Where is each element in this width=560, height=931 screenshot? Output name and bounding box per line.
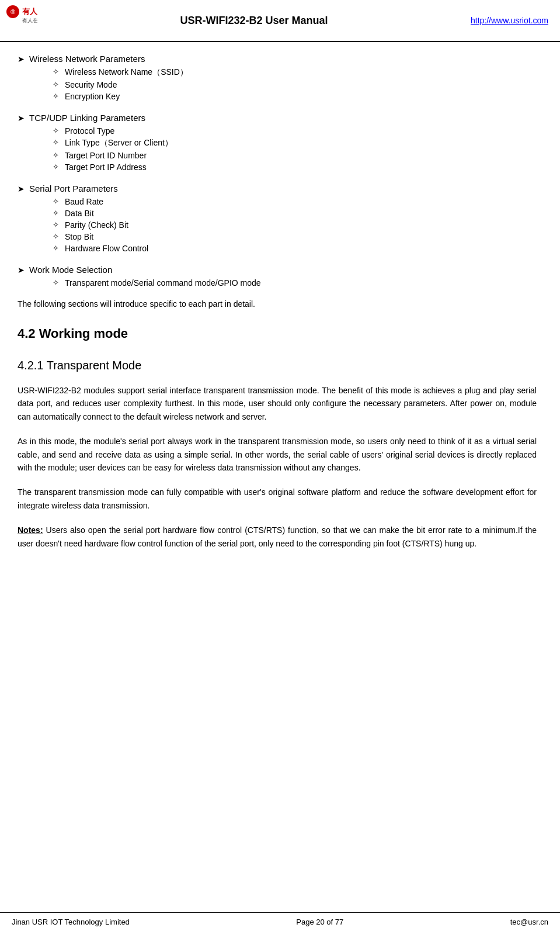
diamond-icon: ✧: [53, 232, 59, 241]
sub-item-text: Wireless Network Name（SSID）: [65, 67, 188, 78]
wireless-sub-items: ✧ Wireless Network Name（SSID） ✧ Security…: [53, 67, 537, 101]
diamond-icon: ✧: [53, 92, 59, 101]
sub-item-text: Link Type（Server or Client）: [65, 138, 173, 148]
tcp-section-header: ➤ TCP/UDP Linking Parameters: [18, 113, 537, 123]
header-url[interactable]: http://www.usriot.com: [471, 16, 548, 25]
footer-page: Page 20 of 77: [296, 918, 343, 926]
sub-item-text: Transparent mode/Serial command mode/GPI…: [65, 278, 261, 288]
footer-company: Jinan USR IOT Technology Limited: [12, 918, 130, 926]
arrow-icon-serial: ➤: [18, 184, 25, 193]
diamond-icon: ✧: [53, 67, 59, 76]
workmode-sub-items: ✧ Transparent mode/Serial command mode/G…: [53, 278, 537, 288]
workmode-section-title: Work Mode Selection: [29, 265, 112, 275]
sub-item-text: Target Port ID Number: [65, 151, 147, 160]
sub-item-text: Protocol Type: [65, 126, 114, 136]
tcp-sub-items: ✧ Protocol Type ✧ Link Type（Server or Cl…: [53, 126, 537, 172]
list-item: ✧ Security Mode: [53, 80, 537, 89]
list-item: ✧ Target Port ID Number: [53, 151, 537, 160]
notes-text: Users also open the serial port hardware…: [18, 525, 537, 548]
sub-item-text: Security Mode: [65, 80, 117, 89]
arrow-icon-tcp: ➤: [18, 113, 25, 123]
list-item: ✧ Transparent mode/Serial command mode/G…: [53, 278, 537, 288]
page-header: ® 有人科技 有人在认真做事！ USR-WIFI232-B2 User Manu…: [0, 0, 560, 42]
main-content: ➤ Wireless Network Parameters ✧ Wireless…: [0, 42, 560, 912]
diamond-icon: ✧: [53, 220, 59, 229]
svg-text:®: ®: [11, 8, 15, 15]
list-item: ✧ Wireless Network Name（SSID）: [53, 67, 537, 78]
list-item: ✧ Hardware Flow Control: [53, 244, 537, 253]
list-item: ✧ Parity (Check) Bit: [53, 220, 537, 230]
diamond-icon: ✧: [53, 278, 59, 287]
diamond-icon: ✧: [53, 151, 59, 160]
sub-item-text: Stop Bit: [65, 232, 93, 241]
diamond-icon: ✧: [53, 244, 59, 252]
sub-item-text: Encryption Key: [65, 92, 120, 101]
arrow-icon-workmode: ➤: [18, 265, 25, 275]
body-paragraph-3: The transparent transmission mode can fu…: [18, 486, 537, 512]
wireless-section-header: ➤ Wireless Network Parameters: [18, 54, 537, 64]
list-item: ✧ Stop Bit: [53, 232, 537, 241]
following-text: The following sections will introduce sp…: [18, 299, 537, 309]
sub-item-text: Parity (Check) Bit: [65, 220, 128, 230]
svg-text:有人在认真做事！: 有人在认真做事！: [22, 18, 37, 23]
list-item: ✧ Protocol Type: [53, 126, 537, 136]
notes-paragraph: Notes: Users also open the serial port h…: [18, 524, 537, 550]
arrow-icon-wireless: ➤: [18, 54, 25, 64]
page-container: ® 有人科技 有人在认真做事！ USR-WIFI232-B2 User Manu…: [0, 0, 560, 931]
list-item: ✧ Baud Rate: [53, 197, 537, 206]
workmode-section: ➤ Work Mode Selection ✧ Transparent mode…: [18, 265, 537, 288]
serial-sub-items: ✧ Baud Rate ✧ Data Bit ✧ Parity (Check) …: [53, 197, 537, 253]
serial-section: ➤ Serial Port Parameters ✧ Baud Rate ✧ D…: [18, 184, 537, 253]
body-paragraph-2: As in this mode, the module's serial por…: [18, 435, 537, 474]
sub-item-text: Target Port IP Address: [65, 162, 147, 172]
workmode-section-header: ➤ Work Mode Selection: [18, 265, 537, 275]
list-item: ✧ Link Type（Server or Client）: [53, 138, 537, 148]
document-title: USR-WIFI232-B2 User Manual: [37, 15, 471, 27]
wireless-section-title: Wireless Network Parameters: [29, 54, 145, 64]
sub-item-text: Data Bit: [65, 209, 94, 218]
list-item: ✧ Data Bit: [53, 209, 537, 218]
diamond-icon: ✧: [53, 138, 59, 147]
tcp-section-title: TCP/UDP Linking Parameters: [29, 113, 145, 123]
tcp-section: ➤ TCP/UDP Linking Parameters ✧ Protocol …: [18, 113, 537, 172]
diamond-icon: ✧: [53, 126, 59, 135]
diamond-icon: ✧: [53, 162, 59, 171]
serial-section-header: ➤ Serial Port Parameters: [18, 184, 537, 193]
sub-item-text: Baud Rate: [65, 197, 103, 206]
diamond-icon: ✧: [53, 80, 59, 89]
footer-email: tec@usr.cn: [510, 918, 548, 926]
page-footer: Jinan USR IOT Technology Limited Page 20…: [0, 912, 560, 931]
svg-text:有人科技: 有人科技: [22, 7, 37, 16]
diamond-icon: ✧: [53, 209, 59, 217]
wireless-section: ➤ Wireless Network Parameters ✧ Wireless…: [18, 54, 537, 101]
logo-area: ® 有人科技 有人在认真做事！: [6, 5, 37, 36]
h2-heading: 4.2 Working mode: [18, 326, 537, 341]
h3-heading: 4.2.1 Transparent Mode: [18, 359, 537, 372]
sub-item-text: Hardware Flow Control: [65, 244, 148, 253]
diamond-icon: ✧: [53, 197, 59, 206]
company-logo: ® 有人科技 有人在认真做事！: [6, 5, 37, 36]
body-paragraph-1: USR-WIFI232-B2 modules support serial in…: [18, 384, 537, 423]
notes-label: Notes:: [18, 525, 43, 535]
list-item: ✧ Encryption Key: [53, 92, 537, 101]
serial-section-title: Serial Port Parameters: [29, 184, 118, 193]
list-item: ✧ Target Port IP Address: [53, 162, 537, 172]
